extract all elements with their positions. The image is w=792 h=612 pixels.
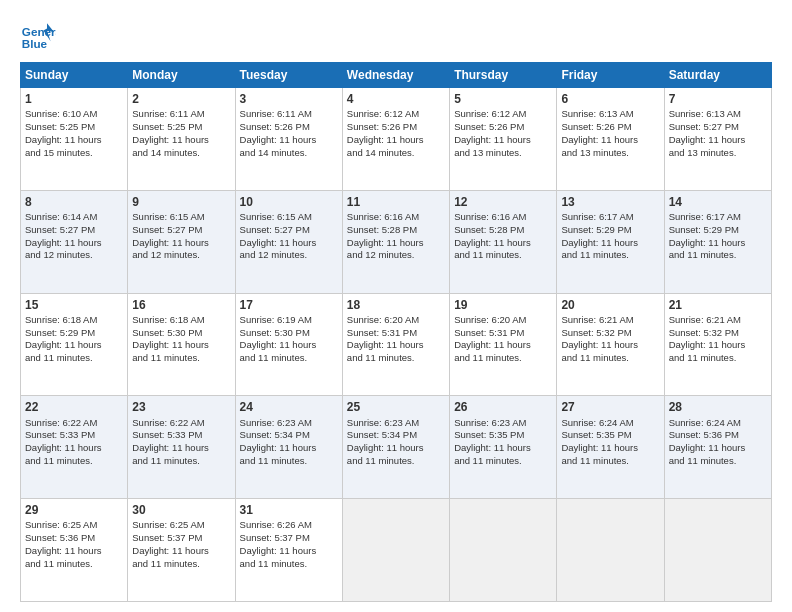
day-info-line: Sunrise: 6:15 AM bbox=[240, 211, 338, 224]
day-info-line: Sunset: 5:34 PM bbox=[347, 429, 445, 442]
day-info-line: Sunrise: 6:13 AM bbox=[561, 108, 659, 121]
day-info-line: Daylight: 11 hours bbox=[669, 237, 767, 250]
day-number: 20 bbox=[561, 297, 659, 313]
day-info-line: Sunset: 5:26 PM bbox=[454, 121, 552, 134]
day-info-line: and 11 minutes. bbox=[561, 455, 659, 468]
day-info-line: Sunset: 5:26 PM bbox=[561, 121, 659, 134]
weekday-friday: Friday bbox=[557, 63, 664, 88]
day-number: 15 bbox=[25, 297, 123, 313]
calendar-day-empty bbox=[664, 499, 771, 602]
weekday-monday: Monday bbox=[128, 63, 235, 88]
day-info-line: and 11 minutes. bbox=[454, 455, 552, 468]
day-info-line: and 11 minutes. bbox=[454, 249, 552, 262]
calendar-day-16: 16Sunrise: 6:18 AMSunset: 5:30 PMDayligh… bbox=[128, 293, 235, 396]
day-info-line: and 11 minutes. bbox=[561, 352, 659, 365]
svg-text:Blue: Blue bbox=[22, 37, 48, 50]
day-number: 6 bbox=[561, 91, 659, 107]
calendar-day-3: 3Sunrise: 6:11 AMSunset: 5:26 PMDaylight… bbox=[235, 88, 342, 191]
page: General Blue SundayMondayTuesdayWednesda… bbox=[0, 0, 792, 612]
day-info-line: and 11 minutes. bbox=[240, 352, 338, 365]
calendar-day-empty bbox=[342, 499, 449, 602]
day-number: 10 bbox=[240, 194, 338, 210]
day-info-line: Sunrise: 6:24 AM bbox=[561, 417, 659, 430]
header: General Blue bbox=[20, 16, 772, 52]
day-info-line: Sunrise: 6:21 AM bbox=[561, 314, 659, 327]
day-info-line: Daylight: 11 hours bbox=[347, 339, 445, 352]
day-number: 27 bbox=[561, 399, 659, 415]
weekday-wednesday: Wednesday bbox=[342, 63, 449, 88]
day-number: 4 bbox=[347, 91, 445, 107]
calendar-table: SundayMondayTuesdayWednesdayThursdayFrid… bbox=[20, 62, 772, 602]
calendar-day-27: 27Sunrise: 6:24 AMSunset: 5:35 PMDayligh… bbox=[557, 396, 664, 499]
calendar-day-20: 20Sunrise: 6:21 AMSunset: 5:32 PMDayligh… bbox=[557, 293, 664, 396]
day-info-line: Sunrise: 6:23 AM bbox=[347, 417, 445, 430]
day-info-line: Sunset: 5:29 PM bbox=[561, 224, 659, 237]
day-info-line: Daylight: 11 hours bbox=[25, 545, 123, 558]
day-info-line: Daylight: 11 hours bbox=[347, 237, 445, 250]
day-info-line: Sunrise: 6:26 AM bbox=[240, 519, 338, 532]
day-info-line: Daylight: 11 hours bbox=[669, 134, 767, 147]
day-info-line: Sunrise: 6:20 AM bbox=[347, 314, 445, 327]
calendar-day-19: 19Sunrise: 6:20 AMSunset: 5:31 PMDayligh… bbox=[450, 293, 557, 396]
day-info-line: and 14 minutes. bbox=[240, 147, 338, 160]
day-info-line: Sunrise: 6:17 AM bbox=[561, 211, 659, 224]
day-number: 31 bbox=[240, 502, 338, 518]
calendar-day-12: 12Sunrise: 6:16 AMSunset: 5:28 PMDayligh… bbox=[450, 190, 557, 293]
day-number: 19 bbox=[454, 297, 552, 313]
day-info-line: and 11 minutes. bbox=[669, 455, 767, 468]
day-info-line: Sunset: 5:35 PM bbox=[454, 429, 552, 442]
calendar-day-6: 6Sunrise: 6:13 AMSunset: 5:26 PMDaylight… bbox=[557, 88, 664, 191]
day-info-line: Daylight: 11 hours bbox=[25, 442, 123, 455]
day-info-line: and 11 minutes. bbox=[669, 352, 767, 365]
day-info-line: Daylight: 11 hours bbox=[347, 442, 445, 455]
day-number: 24 bbox=[240, 399, 338, 415]
day-info-line: Sunset: 5:27 PM bbox=[132, 224, 230, 237]
calendar-day-1: 1Sunrise: 6:10 AMSunset: 5:25 PMDaylight… bbox=[21, 88, 128, 191]
weekday-tuesday: Tuesday bbox=[235, 63, 342, 88]
day-info-line: Sunset: 5:25 PM bbox=[132, 121, 230, 134]
day-info-line: Daylight: 11 hours bbox=[132, 134, 230, 147]
calendar-day-22: 22Sunrise: 6:22 AMSunset: 5:33 PMDayligh… bbox=[21, 396, 128, 499]
day-info-line: Daylight: 11 hours bbox=[669, 339, 767, 352]
day-info-line: Sunset: 5:37 PM bbox=[240, 532, 338, 545]
day-info-line: Sunset: 5:28 PM bbox=[347, 224, 445, 237]
day-number: 5 bbox=[454, 91, 552, 107]
day-info-line: Sunrise: 6:16 AM bbox=[347, 211, 445, 224]
day-info-line: and 12 minutes. bbox=[347, 249, 445, 262]
day-info-line: and 11 minutes. bbox=[132, 455, 230, 468]
calendar-day-29: 29Sunrise: 6:25 AMSunset: 5:36 PMDayligh… bbox=[21, 499, 128, 602]
day-info-line: and 11 minutes. bbox=[347, 352, 445, 365]
day-number: 7 bbox=[669, 91, 767, 107]
day-info-line: Sunset: 5:27 PM bbox=[669, 121, 767, 134]
day-info-line: and 11 minutes. bbox=[669, 249, 767, 262]
calendar-day-2: 2Sunrise: 6:11 AMSunset: 5:25 PMDaylight… bbox=[128, 88, 235, 191]
weekday-saturday: Saturday bbox=[664, 63, 771, 88]
day-info-line: Daylight: 11 hours bbox=[240, 134, 338, 147]
day-info-line: Daylight: 11 hours bbox=[561, 442, 659, 455]
day-info-line: Sunrise: 6:16 AM bbox=[454, 211, 552, 224]
logo-icon: General Blue bbox=[20, 16, 56, 52]
day-info-line: Sunset: 5:27 PM bbox=[25, 224, 123, 237]
day-info-line: Daylight: 11 hours bbox=[25, 339, 123, 352]
calendar-day-18: 18Sunrise: 6:20 AMSunset: 5:31 PMDayligh… bbox=[342, 293, 449, 396]
logo: General Blue bbox=[20, 16, 56, 52]
day-info-line: Daylight: 11 hours bbox=[347, 134, 445, 147]
day-info-line: and 11 minutes. bbox=[240, 455, 338, 468]
day-info-line: Daylight: 11 hours bbox=[454, 442, 552, 455]
calendar-day-4: 4Sunrise: 6:12 AMSunset: 5:26 PMDaylight… bbox=[342, 88, 449, 191]
day-number: 13 bbox=[561, 194, 659, 210]
calendar-day-25: 25Sunrise: 6:23 AMSunset: 5:34 PMDayligh… bbox=[342, 396, 449, 499]
calendar-day-28: 28Sunrise: 6:24 AMSunset: 5:36 PMDayligh… bbox=[664, 396, 771, 499]
day-info-line: Sunset: 5:32 PM bbox=[561, 327, 659, 340]
day-info-line: and 11 minutes. bbox=[132, 558, 230, 571]
day-info-line: and 11 minutes. bbox=[25, 352, 123, 365]
calendar-day-23: 23Sunrise: 6:22 AMSunset: 5:33 PMDayligh… bbox=[128, 396, 235, 499]
calendar-day-5: 5Sunrise: 6:12 AMSunset: 5:26 PMDaylight… bbox=[450, 88, 557, 191]
day-info-line: Sunrise: 6:18 AM bbox=[132, 314, 230, 327]
day-info-line: and 13 minutes. bbox=[669, 147, 767, 160]
day-info-line: Daylight: 11 hours bbox=[132, 339, 230, 352]
calendar-day-empty bbox=[450, 499, 557, 602]
day-info-line: Daylight: 11 hours bbox=[240, 339, 338, 352]
day-number: 18 bbox=[347, 297, 445, 313]
day-info-line: Daylight: 11 hours bbox=[454, 134, 552, 147]
